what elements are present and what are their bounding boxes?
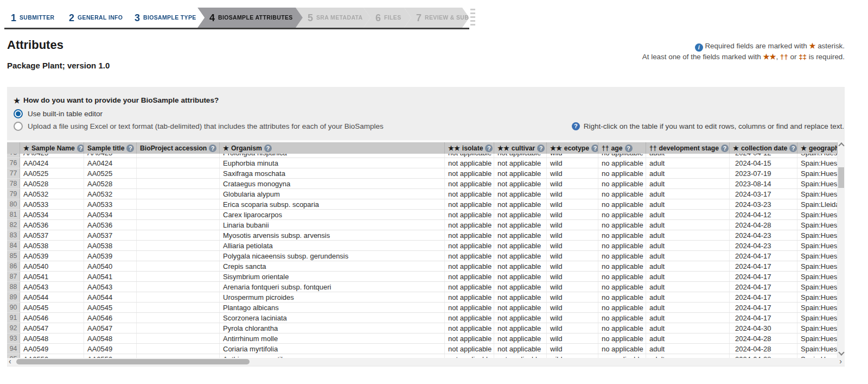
help-icon[interactable]: ?: [789, 144, 797, 152]
cell-sample_title[interactable]: AA0525: [84, 168, 137, 178]
cell-age[interactable]: no applicable: [598, 303, 646, 312]
cell-geo[interactable]: Spain:Hues: [797, 354, 838, 358]
cell-age[interactable]: no applicable: [598, 323, 646, 333]
cell-age[interactable]: no applicable: [598, 189, 646, 199]
row-number[interactable]: 85: [7, 251, 20, 261]
cell-organism[interactable]: Scorzonera laciniata: [220, 313, 445, 323]
cell-age[interactable]: no applicable: [598, 272, 646, 281]
cell-dev_stage[interactable]: adult: [646, 272, 730, 281]
cell-geo[interactable]: Spain:Hues: [797, 154, 838, 158]
cell-cultivar[interactable]: not applicable: [494, 189, 547, 199]
cell-age[interactable]: no applicable: [598, 292, 646, 302]
cell-isolate[interactable]: not applicable: [445, 179, 494, 188]
column-header-collection-date[interactable]: ★collection date?: [730, 142, 797, 154]
cell-sample_title[interactable]: AA0546: [84, 313, 137, 323]
cell-ecotype[interactable]: wild: [547, 354, 598, 358]
cell-sample_name[interactable]: AA0532: [20, 189, 84, 199]
cell-sample_title[interactable]: AA0424: [84, 158, 137, 168]
cell-bioproject[interactable]: [137, 251, 220, 261]
cell-sample_title[interactable]: AA0541: [84, 272, 137, 281]
cell-sample_title[interactable]: AA0423: [84, 154, 137, 158]
cell-collection_date[interactable]: 2024-04-17: [730, 251, 797, 261]
cell-isolate[interactable]: not applicable: [445, 168, 494, 178]
table-corner-cell[interactable]: [7, 142, 20, 154]
row-number[interactable]: 92: [7, 323, 20, 333]
cell-dev_stage[interactable]: adult: [646, 179, 730, 188]
wizard-step-2[interactable]: 2GENERAL INFO: [57, 8, 130, 28]
help-icon[interactable]: ?: [485, 144, 493, 152]
cell-organism[interactable]: Polygala nicaeensis subsp. gerundensis: [220, 251, 445, 261]
cell-bioproject[interactable]: [137, 313, 220, 323]
column-header-cultivar[interactable]: ★★cultivar?: [494, 142, 547, 154]
cell-sample_title[interactable]: AA0548: [84, 333, 137, 343]
column-header-isolate[interactable]: ★★isolate?: [445, 142, 494, 154]
cell-bioproject[interactable]: [137, 189, 220, 199]
wizard-step-3[interactable]: 3BIOSAMPLE TYPE: [123, 8, 205, 28]
cell-cultivar[interactable]: not applicable: [494, 282, 547, 292]
row-number[interactable]: 87: [7, 272, 20, 281]
cell-geo[interactable]: Spain:Hues: [797, 230, 838, 240]
cell-collection_date[interactable]: 2024-04-17: [730, 272, 797, 281]
cell-bioproject[interactable]: [137, 199, 220, 209]
cell-sample_name[interactable]: AA0546: [20, 313, 84, 323]
cell-organism[interactable]: Saxifraga moschata: [220, 168, 445, 178]
cell-age[interactable]: no applicable: [598, 210, 646, 219]
cell-sample_title[interactable]: AA0539: [84, 251, 137, 261]
help-icon[interactable]: ?: [264, 144, 272, 152]
cell-ecotype[interactable]: wild: [547, 313, 598, 323]
cell-geo[interactable]: Spain:Hues: [797, 220, 838, 230]
radio-builtin-editor[interactable]: [14, 109, 23, 118]
row-number[interactable]: 83: [7, 230, 20, 240]
cell-geo[interactable]: Spain:Hues: [797, 158, 838, 168]
cell-bioproject[interactable]: [137, 303, 220, 312]
cell-organism[interactable]: Alliaria petiolata: [220, 241, 445, 250]
cell-sample_title[interactable]: AA0544: [84, 292, 137, 302]
cell-isolate[interactable]: not applicable: [445, 158, 494, 168]
cell-sample_title[interactable]: AA0545: [84, 303, 137, 312]
cell-bioproject[interactable]: [137, 272, 220, 281]
cell-geo[interactable]: Spain:Hues: [797, 189, 838, 199]
cell-age[interactable]: no applicable: [598, 333, 646, 343]
cell-sample_title[interactable]: AA0536: [84, 220, 137, 230]
cell-bioproject[interactable]: [137, 333, 220, 343]
column-header-ecotype[interactable]: ★★ecotype?: [547, 142, 598, 154]
vertical-scroll-thumb[interactable]: [838, 167, 844, 188]
cell-geo[interactable]: Spain:Hues: [797, 323, 838, 333]
cell-sample_name[interactable]: AA0528: [20, 179, 84, 188]
cell-sample_title[interactable]: AA0549: [84, 344, 137, 354]
cell-organism[interactable]: Sisymbrium orientale: [220, 272, 445, 281]
horizontal-scrollbar[interactable]: ‹ ›: [7, 358, 845, 366]
cell-age[interactable]: no applicable: [598, 199, 646, 209]
cell-sample_title[interactable]: AA0532: [84, 189, 137, 199]
cell-geo[interactable]: Spain:Hues: [797, 344, 838, 354]
cell-bioproject[interactable]: [137, 241, 220, 250]
cell-geo[interactable]: Spain:Hues: [797, 261, 838, 271]
cell-isolate[interactable]: not applicable: [445, 261, 494, 271]
cell-ecotype[interactable]: wild: [547, 251, 598, 261]
cell-sample_title[interactable]: AA0547: [84, 323, 137, 333]
row-number[interactable]: 93: [7, 333, 20, 343]
help-icon[interactable]: ?: [537, 144, 545, 152]
cell-collection_date[interactable]: 2024-03-23: [730, 199, 797, 209]
option-upload-file[interactable]: Upload a file using Excel or text format…: [14, 122, 384, 131]
wizard-step-4[interactable]: 4BIOSAMPLE ATTRIBUTES: [197, 8, 303, 28]
cell-dev_stage[interactable]: adult: [646, 323, 730, 333]
row-number[interactable]: 90: [7, 303, 20, 312]
cell-collection_date[interactable]: 2024-04-17: [730, 292, 797, 302]
cell-ecotype[interactable]: wild: [547, 261, 598, 271]
option-builtin-editor[interactable]: Use built-in table editor: [14, 108, 103, 119]
cell-ecotype[interactable]: wild: [547, 323, 598, 333]
cell-isolate[interactable]: not applicable: [445, 241, 494, 250]
cell-ecotype[interactable]: wild: [547, 179, 598, 188]
cell-age[interactable]: no applicable: [598, 261, 646, 271]
row-number[interactable]: 94: [7, 344, 20, 354]
cell-bioproject[interactable]: [137, 323, 220, 333]
cell-ecotype[interactable]: wild: [547, 344, 598, 354]
cell-sample_name[interactable]: AA0549: [20, 344, 84, 354]
cell-ecotype[interactable]: wild: [547, 210, 598, 219]
cell-ecotype[interactable]: wild: [547, 303, 598, 312]
cell-collection_date[interactable]: 2024-04-23: [730, 230, 797, 240]
cell-collection_date[interactable]: 2024-04-28: [730, 354, 797, 358]
cell-dev_stage[interactable]: adult: [646, 251, 730, 261]
cell-age[interactable]: no applicable: [598, 241, 646, 250]
